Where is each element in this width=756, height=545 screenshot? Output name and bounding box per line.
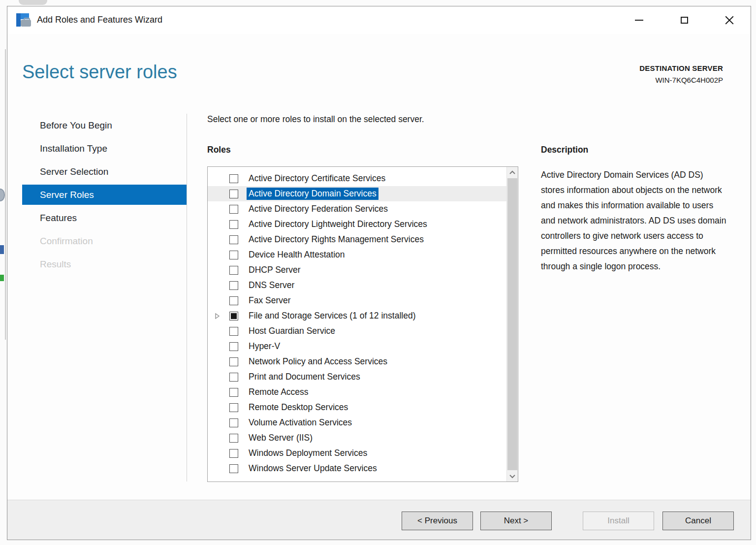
page-title: Select server roles xyxy=(22,62,177,83)
role-row-windows-deployment-services[interactable]: Windows Deployment Services xyxy=(208,446,506,461)
install-button[interactable]: Install xyxy=(583,512,654,530)
role-label[interactable]: Network Policy and Access Services xyxy=(247,355,389,368)
role-checkbox[interactable] xyxy=(229,281,238,290)
role-checkbox[interactable] xyxy=(229,464,238,473)
window-title: Add Roles and Features Wizard xyxy=(37,15,162,25)
role-checkbox[interactable] xyxy=(229,220,238,229)
role-row-dhcp-server[interactable]: DHCP Server xyxy=(208,262,506,278)
expand-arrow-icon[interactable] xyxy=(215,313,229,320)
role-label[interactable]: Active Directory Federation Services xyxy=(247,203,390,215)
previous-button[interactable]: < Previous xyxy=(402,512,473,530)
role-row-host-guardian-service[interactable]: Host Guardian Service xyxy=(208,323,506,339)
sidebar-item-installation-type[interactable]: Installation Type xyxy=(22,137,187,160)
role-label[interactable]: Web Server (IIS) xyxy=(247,432,315,444)
role-checkbox[interactable] xyxy=(229,296,238,305)
role-row-active-directory-domain-services[interactable]: Active Directory Domain Services xyxy=(208,186,506,201)
role-label[interactable]: Remote Access xyxy=(247,386,311,398)
title-bar[interactable]: Add Roles and Features Wizard xyxy=(7,6,751,34)
maximize-button[interactable] xyxy=(674,10,694,30)
role-label[interactable]: Windows Server Update Services xyxy=(247,462,379,475)
background-window-edge xyxy=(5,49,6,340)
role-label[interactable]: Active Directory Lightweight Directory S… xyxy=(247,218,429,230)
role-label[interactable]: Active Directory Rights Management Servi… xyxy=(247,233,426,246)
role-row-hyper-v[interactable]: Hyper-V xyxy=(208,339,506,354)
role-label[interactable]: File and Storage Services (1 of 12 insta… xyxy=(247,310,417,322)
role-row-fax-server[interactable]: Fax Server xyxy=(208,293,506,308)
wizard-nav: Before You BeginInstallation TypeServer … xyxy=(22,114,187,276)
roles-list-label: Roles xyxy=(207,145,231,155)
sidebar-item-label: Installation Type xyxy=(40,143,107,154)
role-checkbox[interactable] xyxy=(229,190,238,198)
sidebar-item-results: Results xyxy=(22,253,187,276)
role-row-remote-access[interactable]: Remote Access xyxy=(208,385,506,400)
role-checkbox[interactable] xyxy=(229,403,238,412)
maximize-icon xyxy=(681,17,688,24)
role-label[interactable]: Volume Activation Services xyxy=(247,417,354,429)
scroll-down-icon[interactable] xyxy=(507,471,518,481)
destination-server-block: DESTINATION SERVER WIN-7KQ6C4H002P xyxy=(639,64,723,84)
sidebar-item-server-roles[interactable]: Server Roles xyxy=(22,185,187,205)
role-label[interactable]: Print and Document Services xyxy=(247,371,362,383)
description-panel: Description Active Directory Domain Serv… xyxy=(541,145,728,274)
window-controls xyxy=(629,6,740,34)
role-checkbox[interactable] xyxy=(229,357,238,366)
role-row-print-and-document-services[interactable]: Print and Document Services xyxy=(208,369,506,385)
role-row-remote-desktop-services[interactable]: Remote Desktop Services xyxy=(208,400,506,415)
role-checkbox[interactable] xyxy=(229,235,238,244)
role-row-windows-server-update-services[interactable]: Windows Server Update Services xyxy=(208,461,506,476)
role-checkbox[interactable] xyxy=(229,312,238,321)
role-row-active-directory-rights-management-services[interactable]: Active Directory Rights Management Servi… xyxy=(208,232,506,247)
close-icon xyxy=(724,15,734,25)
sidebar-item-label: Features xyxy=(40,213,77,224)
role-row-active-directory-federation-services[interactable]: Active Directory Federation Services xyxy=(208,201,506,217)
role-row-volume-activation-services[interactable]: Volume Activation Services xyxy=(208,415,506,430)
role-checkbox[interactable] xyxy=(229,251,238,259)
role-checkbox[interactable] xyxy=(229,205,238,214)
instruction-text: Select one or more roles to install on t… xyxy=(207,114,424,125)
role-label[interactable]: Windows Deployment Services xyxy=(247,447,369,459)
role-checkbox[interactable] xyxy=(229,418,238,427)
background-icon-fragment xyxy=(0,189,5,201)
role-label[interactable]: DNS Server xyxy=(247,279,296,291)
role-label[interactable]: Host Guardian Service xyxy=(247,325,337,337)
icon-pole-part xyxy=(16,13,21,27)
role-label[interactable]: Fax Server xyxy=(247,294,293,307)
scroll-up-icon[interactable] xyxy=(507,167,518,178)
server-manager-wizard-icon xyxy=(15,12,32,28)
role-checkbox[interactable] xyxy=(229,373,238,382)
role-checkbox[interactable] xyxy=(229,327,238,336)
role-row-active-directory-lightweight-directory-services[interactable]: Active Directory Lightweight Directory S… xyxy=(208,217,506,232)
role-checkbox[interactable] xyxy=(229,174,238,183)
role-checkbox[interactable] xyxy=(229,449,238,458)
roles-scrollbar[interactable] xyxy=(506,167,518,481)
cancel-button[interactable]: Cancel xyxy=(662,512,734,530)
role-row-active-directory-certificate-services[interactable]: Active Directory Certificate Services xyxy=(208,171,506,186)
sidebar-item-label: Confirmation xyxy=(40,236,93,247)
sidebar-item-label: Before You Begin xyxy=(40,120,112,131)
description-text: Active Directory Domain Services (AD DS)… xyxy=(541,167,728,274)
role-checkbox[interactable] xyxy=(229,434,238,443)
role-label[interactable]: Active Directory Domain Services xyxy=(247,188,378,200)
role-label[interactable]: DHCP Server xyxy=(247,264,303,276)
role-row-file-and-storage-services-1-of-12-installed[interactable]: File and Storage Services (1 of 12 insta… xyxy=(208,308,506,323)
sidebar-item-before-you-begin[interactable]: Before You Begin xyxy=(22,114,187,137)
role-checkbox[interactable] xyxy=(229,266,238,275)
minimize-button[interactable] xyxy=(629,10,649,30)
role-label[interactable]: Device Health Attestation xyxy=(247,249,347,261)
sidebar-item-features[interactable]: Features xyxy=(22,206,187,229)
roles-listbox: Active Directory Certificate ServicesAct… xyxy=(207,166,518,482)
role-label[interactable]: Remote Desktop Services xyxy=(247,401,350,414)
next-button[interactable]: Next > xyxy=(480,512,552,530)
role-checkbox[interactable] xyxy=(229,388,238,397)
role-label[interactable]: Active Directory Certificate Services xyxy=(247,172,387,185)
scrollbar-thumb[interactable] xyxy=(507,178,517,470)
close-button[interactable] xyxy=(719,10,740,30)
role-label[interactable]: Hyper-V xyxy=(247,340,282,353)
role-checkbox[interactable] xyxy=(229,342,238,351)
sidebar-item-server-selection[interactable]: Server Selection xyxy=(22,160,187,183)
destination-server-name: WIN-7KQ6C4H002P xyxy=(639,76,723,84)
role-row-network-policy-and-access-services[interactable]: Network Policy and Access Services xyxy=(208,354,506,369)
role-row-device-health-attestation[interactable]: Device Health Attestation xyxy=(208,247,506,262)
role-row-dns-server[interactable]: DNS Server xyxy=(208,278,506,293)
role-row-web-server-iis[interactable]: Web Server (IIS) xyxy=(208,430,506,446)
